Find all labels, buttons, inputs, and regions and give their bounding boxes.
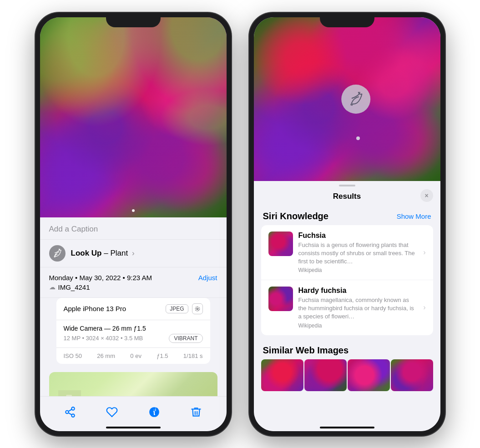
right-phone-notch: [320, 13, 374, 27]
location-badge: [192, 303, 203, 314]
web-images-grid: [261, 359, 433, 391]
web-images-title: Similar Web Images: [263, 345, 349, 355]
svg-text:i: i: [155, 407, 156, 412]
right-screen: Results × Siri Knowledge Show More Fuchs…: [254, 17, 440, 431]
exif-row: ISO 50 26 mm 0 ev ƒ1.5 1/181 s: [56, 348, 210, 364]
leaf-icon: [53, 249, 62, 258]
fuchsia-description: Fuchsia is a genus of flowering plants t…: [298, 241, 418, 266]
exif-mm: 26 mm: [97, 352, 115, 359]
fuchsia-name: Fuchsia: [298, 232, 418, 240]
web-images-header: Similar Web Images: [254, 339, 440, 359]
cloud-icon: ☁: [49, 283, 56, 291]
vibrant-badge: VIBRANT: [169, 334, 202, 343]
exif-ev: 0 ev: [130, 352, 141, 359]
siri-knowledge-title: Siri Knowledge: [263, 211, 328, 221]
lookup-bold: Look Up: [71, 249, 102, 257]
meta-section: Monday • May 30, 2022 • 9:23 AM Adjust ☁…: [40, 267, 227, 298]
lookup-text: Look Up – Plant ›: [71, 249, 135, 258]
web-image-4[interactable]: [391, 359, 433, 391]
meta-date-row: Monday • May 30, 2022 • 9:23 AM Adjust: [49, 274, 217, 282]
caption-area[interactable]: Add a Caption: [40, 217, 227, 240]
hardy-content: Hardy fuchsia Fuchsia magellanica, commo…: [298, 287, 418, 329]
siri-knowledge-header: Siri Knowledge Show More: [254, 205, 440, 225]
delete-button[interactable]: [186, 402, 206, 422]
lookup-row[interactable]: Look Up – Plant ›: [40, 240, 227, 267]
phone-notch: [106, 13, 161, 27]
web-image-1[interactable]: [261, 359, 303, 391]
lookup-regular: – Plant: [104, 249, 128, 257]
device-card-wrapper: Apple iPhone 13 Pro JPEG Wide Camera — 2…: [40, 298, 227, 367]
knowledge-card: Fuchsia Fuchsia is a genus of flowering …: [261, 225, 433, 335]
show-more-button[interactable]: Show More: [397, 212, 431, 220]
device-section: Apple iPhone 13 Pro JPEG Wide Camera — 2…: [56, 298, 210, 364]
siri-dot: [356, 136, 360, 140]
lookup-chevron: ›: [132, 249, 135, 257]
right-home-indicator: [320, 427, 374, 428]
web-image-3[interactable]: [348, 359, 390, 391]
left-phone: Add a Caption Look Up – Plant › Monday •…: [35, 13, 231, 436]
hardy-name: Hardy fuchsia: [298, 287, 418, 295]
info-icon: i: [148, 406, 160, 418]
web-image-2[interactable]: [304, 359, 347, 391]
info-button[interactable]: i: [144, 402, 164, 422]
hardy-thumbnail: [268, 287, 293, 311]
hardy-source: Wikipedia: [298, 322, 418, 329]
camera-specs-row: 12 MP • 3024 × 4032 • 3.5 MB VIBRANT: [64, 334, 203, 343]
meta-adjust-button[interactable]: Adjust: [198, 274, 217, 282]
hardy-chevron: ›: [423, 303, 425, 312]
meta-filename-row: ☁ IMG_4241: [49, 283, 217, 291]
share-button[interactable]: [60, 402, 80, 422]
close-icon: ×: [424, 192, 428, 199]
camera-name: Wide Camera — 26 mm ƒ1.5: [64, 325, 203, 332]
camera-specs-text: 12 MP • 3024 × 4032 • 3.5 MB: [64, 335, 143, 342]
jpeg-badge: JPEG: [166, 304, 188, 313]
hardy-description: Fuchsia magellanica, commonly known as t…: [298, 296, 418, 321]
svg-point-0: [197, 308, 198, 310]
device-badges: JPEG: [166, 303, 202, 314]
exif-shutter: 1/181 s: [183, 352, 203, 359]
lookup-icon: [49, 245, 66, 262]
exif-iso: ISO 50: [64, 352, 82, 359]
fuchsia-content: Fuchsia Fuchsia is a genus of flowering …: [298, 232, 418, 274]
exif-aperture: ƒ1.5: [157, 352, 168, 359]
svg-point-1: [195, 307, 199, 311]
right-photo-section: [254, 17, 440, 181]
left-screen: Add a Caption Look Up – Plant › Monday •…: [40, 17, 227, 431]
flower-photo: [40, 17, 227, 217]
meta-filename: IMG_4241: [58, 283, 90, 291]
knowledge-item-hardy[interactable]: Hardy fuchsia Fuchsia magellanica, commo…: [261, 280, 433, 335]
siri-bubble: [341, 85, 370, 114]
home-indicator: [106, 427, 161, 428]
toolbar: i: [40, 396, 227, 431]
meta-date: Monday • May 30, 2022 • 9:23 AM: [49, 274, 152, 282]
fuchsia-chevron: ›: [423, 248, 425, 257]
photo-page-dot: [132, 209, 135, 212]
device-row: Apple iPhone 13 Pro JPEG: [56, 298, 210, 320]
siri-leaf-icon: [349, 92, 363, 106]
fuchsia-source: Wikipedia: [298, 267, 418, 273]
favorite-button[interactable]: [102, 402, 122, 422]
right-phone: Results × Siri Knowledge Show More Fuchs…: [249, 13, 445, 436]
results-title: Results: [333, 192, 361, 201]
camera-row: Wide Camera — 26 mm ƒ1.5 12 MP • 3024 × …: [56, 320, 210, 348]
knowledge-item-fuchsia[interactable]: Fuchsia Fuchsia is a genus of flowering …: [261, 225, 433, 281]
fuchsia-thumbnail: [268, 232, 293, 256]
caption-placeholder[interactable]: Add a Caption: [49, 225, 98, 233]
device-name: Apple iPhone 13 Pro: [64, 305, 126, 312]
photo-section: [40, 17, 227, 217]
results-header: Results ×: [254, 186, 440, 205]
results-sheet: Results × Siri Knowledge Show More Fuchs…: [254, 181, 440, 431]
results-close-button[interactable]: ×: [420, 189, 433, 202]
